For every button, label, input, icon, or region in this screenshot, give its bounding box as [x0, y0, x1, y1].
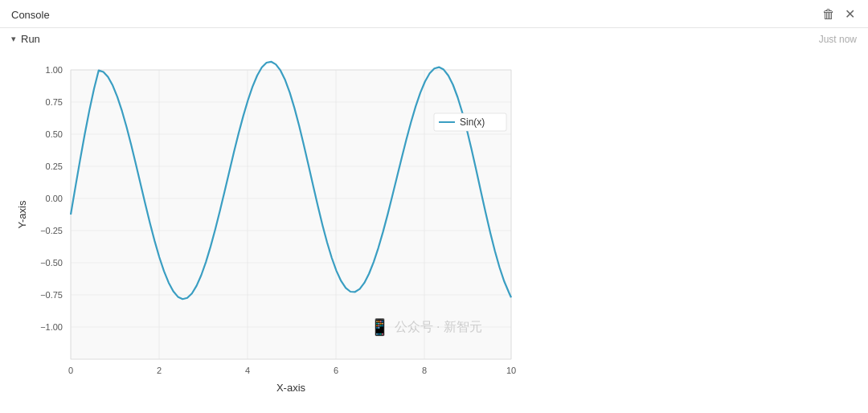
svg-text:0: 0 [68, 366, 73, 375]
timestamp: Just now [819, 34, 857, 45]
svg-text:−1.00: −1.00 [40, 322, 63, 332]
svg-text:4: 4 [245, 366, 250, 375]
watermark: 📱 公众号 · 新智元 [370, 317, 482, 337]
svg-text:−0.50: −0.50 [40, 258, 63, 268]
svg-text:Sin(x): Sin(x) [460, 117, 485, 128]
svg-text:0.00: 0.00 [46, 194, 63, 203]
chart-area: 1.00 0.75 0.50 0.25 0.00 −0.25 −0.50 −0.… [0, 48, 868, 413]
svg-text:Y-axis: Y-axis [16, 200, 28, 228]
chevron-down-icon: ▾ [11, 34, 16, 44]
svg-text:10: 10 [506, 366, 516, 375]
header-left: Console [11, 9, 50, 21]
sin-plot: 1.00 0.75 0.50 0.25 0.00 −0.25 −0.50 −0.… [16, 55, 530, 401]
svg-text:−0.75: −0.75 [40, 290, 63, 300]
svg-text:0.50: 0.50 [46, 129, 63, 139]
run-button-area[interactable]: ▾ Run [11, 33, 40, 45]
header-bar: Console 🗑 ✕ [0, 0, 868, 28]
svg-text:8: 8 [422, 366, 427, 375]
svg-text:2: 2 [157, 366, 162, 375]
console-title: Console [11, 9, 50, 21]
svg-text:0.75: 0.75 [46, 97, 63, 107]
watermark-icon: 📱 [370, 317, 390, 337]
svg-text:6: 6 [334, 366, 338, 375]
run-row: ▾ Run Just now [0, 28, 868, 48]
close-icon[interactable]: ✕ [843, 6, 857, 22]
svg-text:1.00: 1.00 [46, 65, 63, 75]
console-panel: Console 🗑 ✕ ▾ Run Just now [0, 0, 868, 413]
header-icons: 🗑 ✕ [821, 6, 857, 22]
watermark-text: 公众号 · 新智元 [395, 319, 482, 336]
run-label: Run [21, 33, 40, 45]
svg-text:X-axis: X-axis [276, 382, 306, 394]
delete-icon[interactable]: 🗑 [821, 6, 837, 22]
svg-text:0.25: 0.25 [46, 162, 63, 171]
chart-container: 1.00 0.75 0.50 0.25 0.00 −0.25 −0.50 −0.… [16, 55, 530, 401]
svg-text:−0.25: −0.25 [40, 226, 63, 235]
